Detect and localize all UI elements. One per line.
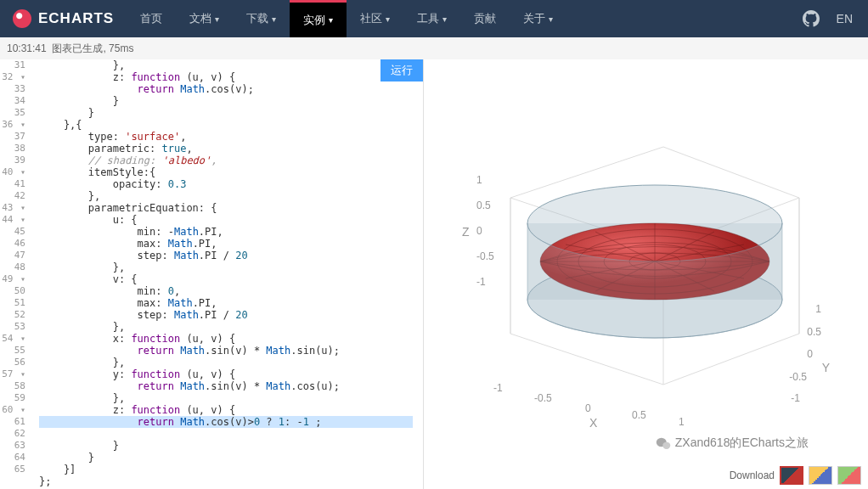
logo-icon [13,9,31,28]
watermark: ZXand618的ECharts之旅 [656,436,809,451]
nav-贡献[interactable]: 贡献 [460,0,510,37]
y-tick: -1 [791,392,800,404]
x-tick: 0 [585,402,591,414]
z-tick: -1 [476,276,486,288]
z-tick: 0.5 [476,200,491,211]
code-editor[interactable]: 运行 31 32 ▾33 34 35 36 ▾37 38 39 40 ▾41 4… [0,59,423,489]
nav-文档[interactable]: 文档▾ [176,0,233,37]
main-area: 运行 31 32 ▾33 34 35 36 ▾37 38 39 40 ▾41 4… [0,59,868,489]
github-icon[interactable] [803,10,820,27]
main-nav: 首页文档▾下载▾实例▾社区▾工具▾贡献关于▾ [127,0,802,37]
wechat-icon [656,437,671,450]
status-bar: 10:31:41 图表已生成, 75ms [0,37,868,59]
logo[interactable]: ECHARTS [0,9,127,28]
lang-toggle[interactable]: EN [837,12,853,25]
main-header: ECHARTS 首页文档▾下载▾实例▾社区▾工具▾贡献关于▾ EN [0,0,868,37]
y-tick: 0.5 [807,326,821,338]
x-tick: 1 [679,416,685,428]
y-tick: 1 [815,303,821,315]
z-tick: 0 [476,225,482,237]
nav-right: EN [803,10,868,27]
y-tick: 0 [807,348,813,360]
z-tick: 1 [476,174,482,186]
status-msg: 图表已生成, 75ms [52,42,133,56]
z-tick: -0.5 [476,250,494,262]
preview-toolbar: Download [730,466,861,485]
x-tick: -1 [493,382,503,394]
brand-text: ECHARTS [38,10,114,27]
z-axis-label: Z [462,225,470,239]
chart-preview: Z X Y 1 0.5 0 -0.5 -1 -1 -0.5 0 0.5 1 1 … [423,59,868,489]
chart-3d[interactable]: Z X Y 1 0.5 0 -0.5 -1 -1 -0.5 0 0.5 1 1 … [441,93,851,438]
nav-下载[interactable]: 下载▾ [233,0,290,37]
nav-首页[interactable]: 首页 [127,0,176,37]
download-link[interactable]: Download [730,469,775,481]
theme-dark-red[interactable] [780,466,803,485]
theme-yellow-blue[interactable] [809,466,832,485]
nav-关于[interactable]: 关于▾ [510,0,566,37]
x-tick: -0.5 [534,392,552,404]
y-axis-label: Y [822,361,830,374]
x-axis-label: X [589,416,597,430]
line-gutter: 31 32 ▾33 34 35 36 ▾37 38 39 40 ▾41 42 4… [0,59,31,475]
nav-实例[interactable]: 实例▾ [290,0,347,37]
y-tick: -0.5 [789,371,807,383]
x-tick: 0.5 [632,409,646,421]
code-content[interactable]: }, z: function (u, v) { return Math.cos(… [39,59,413,487]
svg-point-21 [662,441,670,448]
status-time: 10:31:41 [7,42,47,54]
nav-社区[interactable]: 社区▾ [347,0,403,37]
theme-green-red[interactable] [837,466,861,485]
nav-工具[interactable]: 工具▾ [403,0,460,37]
